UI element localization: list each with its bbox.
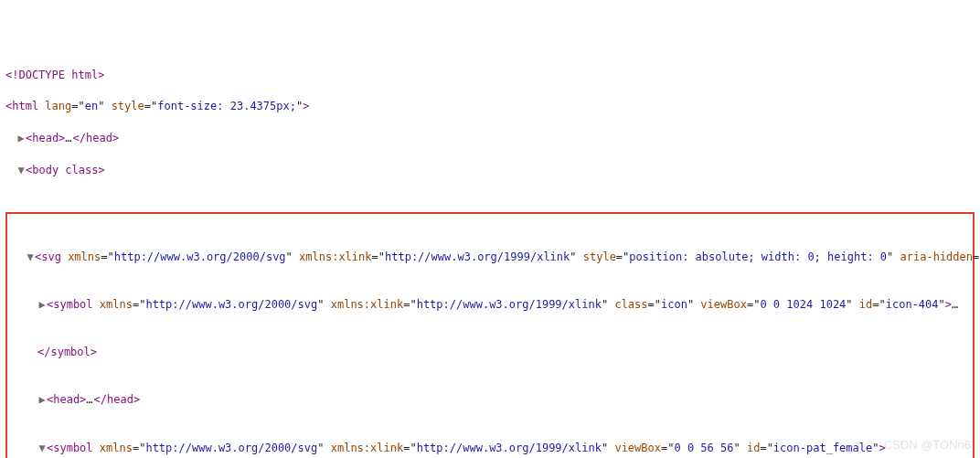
symbol-female-open[interactable]: ▼<symbol xmlns="http://www.w3.org/2000/s… bbox=[7, 441, 973, 456]
doctype-line: <!DOCTYPE html> bbox=[0, 68, 980, 83]
head-collapsed[interactable]: ▶<head>…</head> bbox=[0, 131, 980, 146]
svg-open[interactable]: ▼<svg xmlns="http://www.w3.org/2000/svg"… bbox=[7, 250, 973, 265]
inner-head[interactable]: ▶<head>…</head> bbox=[7, 392, 973, 408]
symbol-404-close: </symbol> bbox=[7, 345, 973, 360]
highlight-box: ▼<svg xmlns="http://www.w3.org/2000/svg"… bbox=[5, 212, 975, 458]
html-open[interactable]: <html lang="en" style="font-size: 23.437… bbox=[0, 99, 980, 114]
body-open[interactable]: ▼<body class> bbox=[0, 163, 980, 178]
symbol-404[interactable]: ▶<symbol xmlns="http://www.w3.org/2000/s… bbox=[7, 297, 973, 313]
